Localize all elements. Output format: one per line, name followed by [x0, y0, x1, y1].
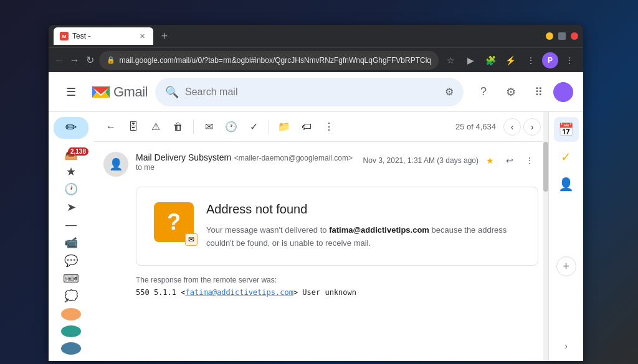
active-tab[interactable]: M Test - ✕ — [54, 27, 153, 45]
error-email: fatima@addictivetips.com — [329, 225, 429, 235]
thread-count: 25 of 4,634 — [455, 122, 496, 131]
add-task-button[interactable]: ✓ — [244, 117, 264, 137]
sender-name-line: Mail Delivery Subsystem <mailer-daemon@g… — [136, 152, 356, 163]
tab-close-button[interactable]: ✕ — [137, 31, 147, 41]
sidebar-contact-avatar-2[interactable] — [61, 325, 81, 338]
sidebar-item-inbox[interactable]: 📥 2,138 — [49, 146, 93, 162]
apps-icon[interactable]: ⠿ — [526, 80, 551, 105]
forward-button[interactable]: → — [69, 52, 80, 69]
scrollbar-thumb[interactable] — [543, 142, 548, 192]
sender-avatar: 👤 — [103, 152, 128, 177]
extension-icon[interactable]: 🧩 — [482, 52, 500, 69]
right-sidebar: 📅 ✓ 👤 + › — [548, 112, 583, 361]
keyboard-icon: ⌨ — [63, 272, 79, 286]
tab-favicon: M — [60, 32, 69, 40]
tab-area: M Test - ✕ + — [54, 25, 541, 47]
help-icon[interactable]: ? — [471, 80, 496, 105]
more-actions-button[interactable]: ⋮ — [319, 117, 339, 137]
email-actions-right: Nov 3, 2021, 1:31 AM (3 days ago) ★ ↩ ⋮ — [363, 152, 538, 169]
error-text-area: Address not found Your message wasn't de… — [206, 202, 520, 250]
compose-plus-icon: ✏ — [65, 119, 77, 136]
hamburger-menu-icon[interactable]: ☰ — [59, 80, 83, 105]
sidebar-item-drafts[interactable]: — — [49, 217, 93, 233]
email-timestamp: Nov 3, 2021, 1:31 AM (3 days ago) — [363, 156, 478, 165]
tab-title: Test - — [72, 32, 90, 40]
sidebar-item-snoozed[interactable]: 🕐 — [49, 182, 93, 197]
user-avatar[interactable] — [553, 82, 573, 102]
gmail-label: Gmail — [113, 84, 148, 100]
move-to-button[interactable]: 📁 — [274, 117, 294, 137]
snooze-button[interactable]: 🕐 — [221, 117, 241, 137]
header-right-icons: ? ⚙ ⠿ — [471, 80, 573, 105]
sidebar-item-keyboard[interactable]: ⌨ — [49, 271, 93, 286]
report-spam-button[interactable]: ⚠ — [146, 117, 166, 137]
gmail-body: ✏ 📥 2,138 ★ 🕐 ➤ — — [49, 112, 583, 361]
hangouts-icon: 💬 — [64, 254, 78, 268]
sidebar-item-chat[interactable]: 💭 — [49, 289, 93, 304]
more-options-icon[interactable]: ⋮ — [561, 52, 578, 69]
sender-name: Mail Delivery Subsystem — [136, 152, 231, 162]
sent-icon: ➤ — [67, 200, 76, 214]
refresh-button[interactable]: ↻ — [84, 52, 95, 69]
right-sidebar-expand-button[interactable]: › — [556, 336, 576, 356]
sidebar-item-starred[interactable]: ★ — [49, 164, 93, 179]
address-bar[interactable]: 🔒 mail.google.com/mail/u/0/?tab=rm&ogbl#… — [99, 51, 439, 70]
settings-icon[interactable]: ⋮ — [522, 52, 540, 69]
sidebar-item-sent[interactable]: ➤ — [49, 200, 93, 215]
gmail-app: ☰ Gmail 🔍 ⚙ — [49, 72, 583, 361]
archive-button[interactable]: 🗄 — [123, 117, 143, 137]
response-email-link[interactable]: fatima@addictivetips.com — [185, 288, 293, 297]
browser-profile-avatar[interactable]: P — [542, 52, 558, 68]
cast-icon[interactable]: ▶ — [462, 52, 480, 69]
sidebar-contact-avatar-3[interactable] — [61, 342, 81, 355]
minimize-button[interactable]: — — [546, 32, 553, 40]
starred-icon: ★ — [66, 165, 76, 179]
reply-button[interactable]: ↩ — [501, 152, 518, 169]
extensions-btn[interactable]: ⚡ — [502, 52, 520, 69]
browser-titlebar: M Test - ✕ + — □ ✕ — [49, 25, 583, 47]
label-button[interactable]: 🏷 — [297, 117, 317, 137]
right-sidebar-add-button[interactable]: + — [556, 256, 576, 276]
mark-unread-button[interactable]: ✉ — [199, 117, 219, 137]
error-icon-container: ? ✉ — [154, 202, 194, 242]
thread-toolbar: ← 🗄 ⚠ 🗑 ✉ 🕐 ✓ 📁 🏷 ⋮ 25 of 4,634 ‹ › — [93, 112, 548, 142]
right-sidebar-calendar-icon[interactable]: 📅 — [554, 117, 579, 142]
search-input[interactable] — [185, 86, 439, 98]
sidebar-item-hangouts[interactable]: 💬 — [49, 253, 93, 269]
email-header-row: 👤 Mail Delivery Subsystem <mailer-daemon… — [93, 142, 548, 182]
envelope-icon: ✉ — [185, 233, 198, 246]
sidebar-item-meet[interactable]: 📹 — [49, 235, 93, 251]
back-to-list-button[interactable]: ← — [101, 117, 121, 137]
compose-button[interactable]: ✏ — [54, 117, 88, 139]
gmail-search-bar[interactable]: 🔍 ⚙ — [155, 78, 464, 106]
next-thread-button[interactable]: › — [523, 118, 541, 136]
settings-icon[interactable]: ⚙ — [498, 80, 523, 105]
delete-button[interactable]: 🗑 — [168, 117, 188, 137]
error-body: Your message wasn't delivered to fatima@… — [206, 224, 520, 250]
maximize-button[interactable]: □ — [558, 32, 566, 40]
error-title: Address not found — [206, 202, 520, 217]
window-controls: — □ ✕ — [546, 32, 578, 40]
back-button[interactable]: ← — [54, 52, 65, 69]
close-button[interactable]: ✕ — [571, 32, 578, 40]
more-button[interactable]: ⋮ — [521, 152, 538, 169]
email-meta: Mail Delivery Subsystem <mailer-daemon@g… — [136, 152, 356, 172]
gmail-m-icon — [91, 82, 111, 102]
search-options-icon[interactable]: ⚙ — [445, 86, 454, 98]
gmail-sidebar: ✏ 📥 2,138 ★ 🕐 ➤ — — [49, 112, 93, 361]
chat-icon: 💭 — [64, 289, 78, 303]
sender-email: <mailer-daemon@googlemail.com> — [234, 154, 353, 162]
star-bookmark-icon[interactable]: ☆ — [442, 52, 460, 69]
toolbar-divider — [193, 119, 194, 134]
sidebar-contact-avatar-1[interactable] — [61, 308, 81, 320]
error-body-start: Your message wasn't delivered to — [206, 225, 329, 235]
lock-icon: 🔒 — [107, 56, 115, 64]
email-content: 👤 Mail Delivery Subsystem <mailer-daemon… — [93, 142, 548, 361]
right-sidebar-tasks-icon[interactable]: ✓ — [554, 144, 579, 169]
new-tab-button[interactable]: + — [156, 27, 173, 45]
prev-thread-button[interactable]: ‹ — [503, 118, 521, 136]
star-button[interactable]: ★ — [481, 152, 498, 169]
right-sidebar-contacts-icon[interactable]: 👤 — [554, 172, 579, 197]
email-thread-area: ← 🗄 ⚠ 🗑 ✉ 🕐 ✓ 📁 🏷 ⋮ 25 of 4,634 ‹ › — [93, 112, 548, 361]
drafts-icon: — — [65, 218, 77, 231]
